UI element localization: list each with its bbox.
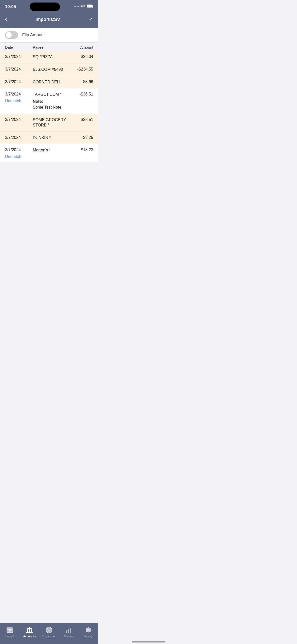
tx-amount: -$28.51	[68, 117, 93, 122]
svg-rect-2	[87, 5, 92, 8]
tx-date: 3/7/2024	[5, 54, 33, 59]
col-header-amount: Amount	[68, 45, 93, 49]
tx-date: 3/7/2024	[5, 67, 33, 72]
unmatch-row: Unmatch	[5, 153, 93, 159]
table-row: 3/7/2024 CORNER DELI -$5.66	[0, 76, 98, 89]
tx-amount: -$5.66	[68, 80, 93, 84]
tx-amount: -$234.55	[68, 67, 93, 72]
tx-date: 3/7/2024	[5, 80, 33, 84]
transactions-list: 3/7/2024 SQ *PIZZA -$29.34 3/7/2024 BJS.…	[0, 51, 98, 163]
nav-header: ‹ Import CSV ✓	[0, 13, 98, 28]
signal-icon	[74, 6, 79, 7]
wifi-icon	[81, 5, 85, 9]
tx-payee: SQ *PIZZA	[33, 54, 68, 60]
tx-payee: BJS.COM #5490	[33, 67, 68, 72]
content-area: Flip Amount Date Payee Amount 3/7/2024 S…	[0, 28, 98, 188]
flip-amount-label: Flip Amount	[22, 33, 45, 38]
table-row: 3/7/2024 DUNKIN * -$8.25	[0, 132, 98, 144]
tx-amount: -$8.25	[68, 135, 93, 140]
flip-amount-toggle[interactable]	[5, 31, 18, 39]
tx-payee: CORNER DELI	[33, 80, 68, 85]
tx-amount: -$18.23	[68, 148, 93, 152]
table-row: 3/7/2024 Morton's * -$18.23 Unmatch	[0, 144, 98, 163]
tx-amount: -$36.51	[68, 92, 93, 96]
col-header-payee: Payee	[33, 45, 68, 49]
status-bar: 10:05	[0, 0, 98, 13]
tx-amount: -$29.34	[68, 54, 93, 59]
tx-payee: Morton's *	[33, 148, 68, 153]
unmatch-row: Unmatch Note:Some Test Note	[5, 97, 93, 110]
tx-date: 3/7/2024	[5, 135, 33, 140]
flip-amount-row: Flip Amount	[0, 28, 98, 43]
tx-payee: SOME GROCERY STORE *	[33, 117, 68, 128]
toggle-thumb	[6, 32, 12, 38]
back-button[interactable]: ‹	[5, 16, 7, 23]
tx-payee: DUNKIN *	[33, 135, 68, 141]
unmatch-button[interactable]: Unmatch	[5, 97, 33, 103]
unmatch-button[interactable]: Unmatch	[5, 153, 33, 159]
table-row: 3/7/2024 SQ *PIZZA -$29.34	[0, 51, 98, 63]
svg-rect-1	[92, 6, 93, 7]
battery-icon	[87, 5, 93, 9]
tx-date: 3/7/2024	[5, 148, 33, 152]
tx-date: 3/7/2024	[5, 117, 33, 122]
note-block: Note:Some Test Note	[33, 97, 93, 110]
dynamic-island	[30, 3, 60, 11]
tx-payee: TARGET.COM *	[33, 92, 68, 97]
table-header: Date Payee Amount	[0, 43, 98, 51]
confirm-button[interactable]: ✓	[89, 16, 93, 23]
status-icons	[74, 5, 93, 9]
status-time: 10:05	[5, 4, 16, 9]
tx-date: 3/7/2024	[5, 92, 33, 96]
col-header-date: Date	[5, 45, 33, 49]
page-title: Import CSV	[36, 17, 60, 22]
table-row: 3/7/2024 SOME GROCERY STORE * -$28.51	[0, 114, 98, 132]
table-row: 3/7/2024 TARGET.COM * -$36.51 Unmatch No…	[0, 88, 98, 114]
table-row: 3/7/2024 BJS.COM #5490 -$234.55	[0, 63, 98, 76]
